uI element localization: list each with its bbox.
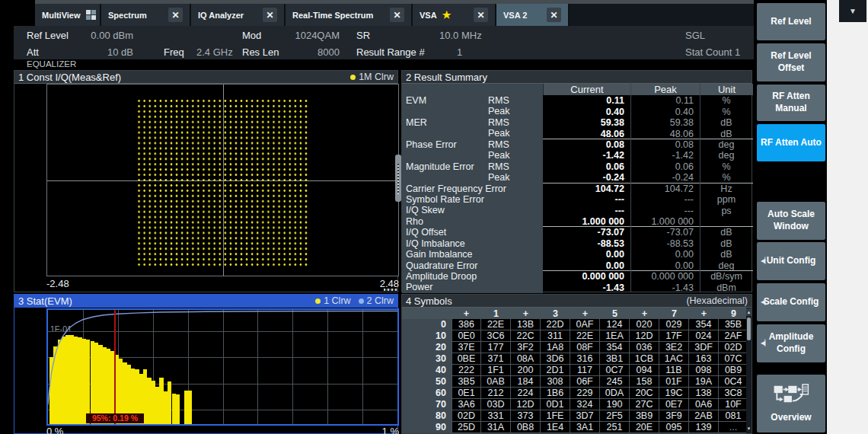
symbol-cell: 17F xyxy=(659,330,689,342)
unit-value: % xyxy=(700,107,753,117)
legend-label: 2 Clrw xyxy=(367,295,394,306)
axis-min-label: -2.48 xyxy=(46,278,69,289)
symbol-cell: 3B1 xyxy=(600,353,630,365)
result-name: Amplitude Droop xyxy=(406,271,477,282)
scroll-down-icon[interactable]: ▼ xyxy=(746,425,752,432)
overview-flow-icon xyxy=(772,384,810,409)
symbol-cell: 07C xyxy=(719,353,748,365)
symbol-cell: 371 xyxy=(481,353,511,365)
result-sub-label: Peak xyxy=(488,150,510,161)
setting-value[interactable]: 1024QAM xyxy=(266,30,340,41)
tab-overflow-button[interactable]: ▼ xyxy=(839,0,866,22)
unit-value: dB/sym xyxy=(700,271,753,282)
setting-value[interactable]: 0.00 dBm xyxy=(69,30,133,41)
symbol-cell: 158 xyxy=(630,376,659,388)
result-name-cell: Carrier Frequency Error xyxy=(402,183,543,194)
softkey-ref-level-offset[interactable]: Ref Level Offset xyxy=(757,43,825,81)
scroll-up-icon[interactable]: ▲ xyxy=(746,308,752,316)
result-name: MER xyxy=(406,117,427,128)
softkey-amplitude-config[interactable]: ◀▏Amplitude Config xyxy=(757,324,825,362)
result-name-cell: Magnitude ErrorRMS xyxy=(402,161,543,172)
window-constellation-titlebar[interactable]: 1 Const I/Q(Meas&Ref) 1M Clrw xyxy=(14,71,397,84)
setting-label: Result Range # xyxy=(356,46,425,58)
constellation-plot[interactable] xyxy=(46,84,399,276)
setting-value[interactable]: 8000 xyxy=(266,46,340,58)
column-divider xyxy=(700,82,700,292)
symbol-cell: 184 xyxy=(511,376,541,388)
result-name-cell: Amplitude Droop xyxy=(402,271,543,282)
horizontal-splitter-handle[interactable] xyxy=(384,289,397,291)
result-sub-label: Peak xyxy=(488,106,510,116)
window-stat-evm[interactable]: 3 Stat(EVM) 1 Clrw2 Clrw 1E-01 95%: 0.19… xyxy=(14,294,398,434)
window-symbols-titlebar[interactable]: 4 Symbols (Hexadecimal) xyxy=(402,295,752,308)
softkey-auto-scale-window[interactable]: Auto Scale Window xyxy=(757,202,825,240)
symbols-row-header: 60 xyxy=(402,388,452,399)
current-value: 0.000 000 xyxy=(543,271,630,282)
symbol-cell: 0E7 xyxy=(659,399,689,410)
close-icon[interactable]: ✕ xyxy=(547,8,561,22)
result-name: Carrier Frequency Error xyxy=(406,183,506,194)
current-value: 0.06 xyxy=(543,161,630,172)
peak-value: -1.43 xyxy=(630,282,700,293)
symbol-cell: 245 xyxy=(600,376,630,388)
symbol-cell: 138 xyxy=(689,388,719,399)
stat-count-field[interactable]: Stat Count 1 xyxy=(685,46,740,58)
setting-label: Att xyxy=(27,46,39,58)
peak-value: 0.06 xyxy=(630,161,700,172)
current-value: -88.53 xyxy=(543,238,630,249)
symbols-scrollbar[interactable]: ▲ ▼ xyxy=(746,308,752,433)
softkey-ref-level[interactable]: Ref Level xyxy=(757,3,825,40)
current-value: 104.72 xyxy=(543,183,630,194)
tab-vsa[interactable]: VSA★✕ xyxy=(413,4,496,26)
tab-spectrum[interactable]: Spectrum✕ xyxy=(101,4,191,26)
cumulative-distribution-curve xyxy=(48,310,397,424)
favorite-star-icon: ★ xyxy=(442,9,452,21)
unit-value: dB xyxy=(700,238,753,249)
window-title: 1 Const I/Q(Meas&Ref) xyxy=(18,72,121,83)
close-icon[interactable]: ✕ xyxy=(474,8,488,22)
symbol-cell: 3E2 xyxy=(659,342,689,353)
softkey-unit-config[interactable]: ◀▏Unit Config xyxy=(757,242,825,280)
peak-value: 0.11 xyxy=(630,95,700,106)
current-value: 0.08 xyxy=(543,139,630,150)
window-symbols[interactable]: 4 Symbols (Hexadecimal) +1+3+5+7+9038622… xyxy=(401,294,752,434)
trace-legend: 1 Clrw2 Clrw xyxy=(315,295,394,306)
setting-value[interactable]: 10.0 MHz xyxy=(439,30,531,41)
peak-value: -0.24 xyxy=(630,172,700,183)
scrollbar-thumb[interactable] xyxy=(747,318,751,340)
tab-multiview[interactable]: MultiView xyxy=(35,4,101,26)
result-name-cell: Symbol Rate Error xyxy=(402,194,543,205)
column-divider xyxy=(630,82,631,292)
symbol-cell: 25D xyxy=(452,422,481,433)
symbol-cell: 190 xyxy=(600,399,630,410)
setting-value[interactable]: 10 dB xyxy=(69,46,133,58)
window-constellation[interactable]: 1 Const I/Q(Meas&Ref) 1M Clrw -2.48 2.48 xyxy=(14,70,398,292)
symbol-cell: 12D xyxy=(630,330,659,342)
vsa-app-screen: MultiViewSpectrum✕IQ Analyzer✕Real-Time … xyxy=(0,0,868,434)
softkey-overview[interactable]: Overview xyxy=(757,375,825,432)
setting-value[interactable]: 1 xyxy=(457,46,480,58)
tab-vsa-2[interactable]: VSA 2✕ xyxy=(496,4,570,26)
evm-histogram-plot[interactable]: 1E-01 95%: 0.19 % xyxy=(46,308,399,426)
close-icon[interactable]: ✕ xyxy=(263,8,277,22)
result-name-cell: Peak xyxy=(402,150,543,161)
result-name-cell: MERRMS xyxy=(402,117,543,128)
window-result-summary[interactable]: 2 Result Summary CurrentPeakUnitEVMRMS0.… xyxy=(401,70,752,292)
close-icon[interactable]: ✕ xyxy=(390,8,404,22)
softkey-rf-atten-auto[interactable]: RF Atten Auto xyxy=(757,124,825,161)
trace-color-dot xyxy=(350,75,356,80)
current-value: --- xyxy=(543,194,630,205)
tab-real-time-spectrum[interactable]: Real-Time Spectrum✕ xyxy=(286,4,413,26)
unit-value: dB xyxy=(700,129,753,139)
tab-iq-analyzer[interactable]: IQ Analyzer✕ xyxy=(191,4,286,26)
current-value: 0.00 xyxy=(543,260,630,271)
window-stat-evm-titlebar[interactable]: 3 Stat(EVM) 1 Clrw2 Clrw xyxy=(14,295,397,308)
softkey-scale-config[interactable]: ◀▏Scale Config xyxy=(757,283,825,321)
result-name-cell: Rho xyxy=(402,216,543,227)
softkey-rf-atten-manual[interactable]: RF Atten Manual xyxy=(757,85,825,121)
close-icon[interactable]: ✕ xyxy=(168,8,183,22)
symbol-cell: 094 xyxy=(630,365,659,376)
symbols-row-header: 80 xyxy=(402,410,452,422)
corner-cell xyxy=(402,308,452,320)
sweep-mode-indicator[interactable]: SGL xyxy=(685,30,705,41)
